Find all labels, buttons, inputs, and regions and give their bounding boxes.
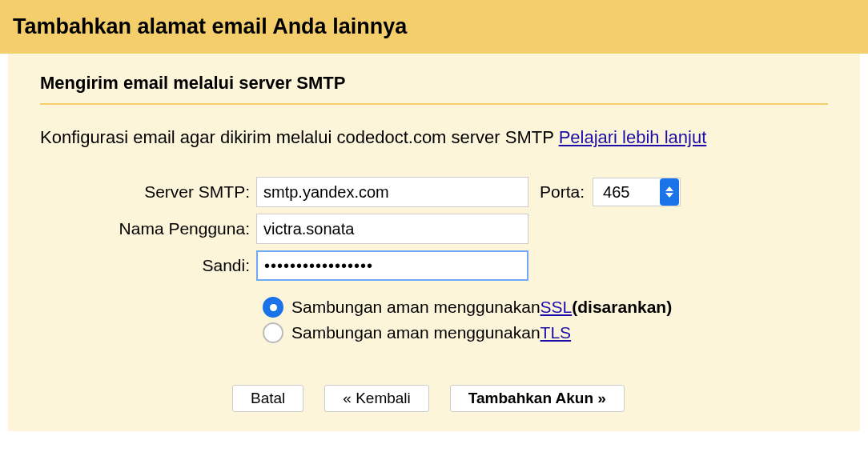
tls-link[interactable]: TLS — [540, 323, 572, 342]
description-text: Konfigurasi email agar dikirim melalui c… — [40, 127, 828, 148]
port-select[interactable]: 465 — [593, 178, 681, 206]
back-button[interactable]: « Kembali — [324, 385, 429, 412]
port-label: Porta: — [540, 182, 585, 202]
ssl-radio-row[interactable]: Sambungan aman menggunakan SSL (disarank… — [263, 297, 828, 318]
port-value: 465 — [593, 183, 660, 202]
chevron-updown-icon — [660, 178, 679, 206]
tls-label-prefix: Sambungan aman menggunakan — [291, 323, 540, 342]
learn-more-link[interactable]: Pelajari lebih lanjut — [559, 127, 707, 147]
description-prefix: Konfigurasi email agar dikirim melalui c… — [40, 127, 559, 147]
tls-radio-row[interactable]: Sambungan aman menggunakan TLS — [263, 322, 828, 343]
ssl-link[interactable]: SSL — [540, 298, 573, 317]
username-label: Nama Pengguna: — [64, 219, 256, 238]
tls-radio[interactable] — [263, 322, 283, 343]
dialog-content: Mengirim email melalui server SMTP Konfi… — [8, 54, 860, 431]
server-input[interactable] — [256, 177, 528, 207]
cancel-button[interactable]: Batal — [232, 385, 303, 412]
button-row: Batal « Kembali Tambahkan Akun » — [232, 385, 828, 412]
ssl-radio[interactable] — [263, 297, 283, 318]
password-label: Sandi: — [64, 256, 256, 275]
smtp-form: Server SMTP: Porta: 465 Nama Pengguna: S… — [64, 177, 828, 412]
add-account-button[interactable]: Tambahkan Akun » — [450, 385, 625, 412]
section-title: Mengirim email melalui server SMTP — [40, 73, 828, 94]
server-label: Server SMTP: — [64, 182, 256, 202]
dialog-header: Tambahkan alamat email Anda lainnya — [0, 0, 868, 54]
username-input[interactable] — [256, 214, 528, 244]
password-row: Sandi: — [64, 250, 828, 281]
security-radio-group: Sambungan aman menggunakan SSL (disarank… — [263, 297, 828, 343]
ssl-recommended: (disarankan) — [572, 298, 672, 317]
ssl-label-prefix: Sambungan aman menggunakan — [291, 298, 540, 317]
password-input[interactable] — [256, 250, 528, 281]
divider — [40, 103, 828, 105]
dialog-title: Tambahkan alamat email Anda lainnya — [13, 14, 855, 39]
username-row: Nama Pengguna: — [64, 214, 828, 244]
server-row: Server SMTP: Porta: 465 — [64, 177, 828, 207]
